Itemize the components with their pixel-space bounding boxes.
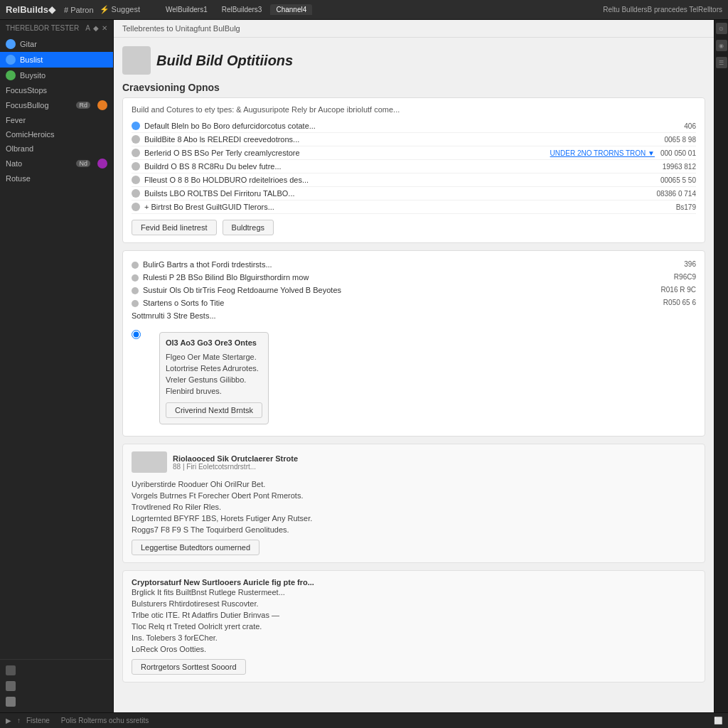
right-icon-2[interactable]: ◉ [716, 40, 727, 51]
option-value-1: 0065 8 98 [665, 136, 697, 144]
lower-row-3: Sottmrulti 3 Stre Bests... [132, 309, 696, 322]
sidebar-avatar-item-1[interactable] [0, 663, 113, 678]
dropdown-button[interactable]: Criverind Nextd Brntsk [166, 402, 262, 418]
lower-header-icon [132, 262, 139, 269]
lower-row-value-0: R96C9 [674, 273, 696, 281]
option-label-1: BuildBite 8 Abo ls RELREDI creevedotrons… [144, 135, 665, 144]
top-nav-patron[interactable]: # Patron [64, 6, 94, 14]
option-row-3: Buildrd O BS 8 RC8Ru Du belev futre... 1… [132, 160, 696, 173]
sidebar-item-focusbullog[interactable]: FocusBullog Rd [0, 97, 113, 113]
focusbullog-avatar [97, 100, 107, 110]
option-icon-6 [132, 203, 140, 211]
sidebar-item-comicheroics[interactable]: ComicHeroics [0, 127, 113, 141]
lower-row-1: Sustuir Ols Ob tirTris Feog Retdoaurne Y… [132, 284, 696, 296]
tab-channel4[interactable]: Channel4 [270, 4, 312, 15]
tab-relbuilders[interactable]: RelBuilders3 [216, 4, 268, 15]
sub-section-1-footer-button[interactable]: Leggertise Butedtors oumerned [132, 540, 259, 555]
right-icon-3[interactable]: ☰ [716, 57, 727, 68]
lower-row-icon-0 [132, 274, 139, 282]
build-header: Build Bild Optitiions [122, 46, 705, 75]
option-icon-0 [132, 122, 140, 130]
sub-section-1-subtitle: 88 | Firi Eoletcotsrndrstrt... [173, 463, 298, 471]
lower-row-icon-1 [132, 287, 139, 294]
button-buldtreg[interactable]: Buldtregs [223, 220, 274, 235]
build-container: Build Bild Optitiions Craevsioning Opnos… [114, 38, 714, 698]
lower-row-0: Rulesti P 2B BSo Bilind Blo Blguirsthord… [132, 271, 696, 284]
sidebar-label-rotuse: Rotuse [6, 174, 31, 183]
sidebar-item-olbrand[interactable]: Olbrand [0, 141, 113, 156]
option-link-2[interactable]: UNDER 2NO TRORNS TRON ▼ [550, 149, 655, 157]
sub-section-1-row-0: Uyriberstirde Rooduer Ohi OrilRur Bet. [132, 478, 696, 490]
dropdown-item-3: Flenbird bruves. [166, 385, 262, 397]
lower-header-label: BulirG Bartrs a thot Fordi trdestirsts..… [143, 260, 678, 269]
sidebar-item-focusstops[interactable]: FocusStops [0, 83, 113, 97]
option-label-4: Flleust O 8 8 Bo HOLDBURO rdeitelrioes d… [144, 176, 660, 184]
sub-section-2: Cryptorsaturf New Surtlooers Auricle fig… [122, 570, 705, 682]
dropdown-item-2: Vreler Gestuns Gilibbo. [166, 374, 262, 385]
sidebar-icon-diamond[interactable]: ◆ [93, 24, 99, 32]
sub-section-1-row-3: Logrternted BFYRF 1BS, Horets Futiger An… [132, 513, 696, 524]
sidebar-label-focusstops: FocusStops [6, 86, 47, 95]
bottom-icon-play[interactable]: ▶ [6, 717, 11, 724]
sidebar-avatar-item-2[interactable] [0, 678, 113, 694]
bottom-icon-up[interactable]: ↑ [17, 717, 21, 724]
nato-avatar [97, 159, 107, 168]
sub-section-1-row-2: Trovtlrened Ro Riler Rles. [132, 501, 696, 513]
lower-row-label-1: Sustuir Ols Ob tirTris Feog Retdoaurne Y… [143, 286, 655, 294]
bottom-center-text: Polis Rolterms ochu ssretits [61, 717, 149, 724]
sidebar-item-buysito[interactable]: Buysito [0, 68, 113, 83]
option-row-1: BuildBite 8 Abo ls RELREDI creevedotrons… [132, 133, 696, 146]
channel-tabs: WelBuilders1 RelBuilders3 Channel4 [160, 4, 312, 15]
dropdown-item-0: Flgeo Oer Mate Stertarge. [166, 351, 262, 363]
dropdown-title: Ol3 Ao3 Go3 Ore3 Ontes [166, 338, 262, 347]
sidebar-item-gitar[interactable]: Gitar [0, 36, 113, 52]
option-row-2: Berlerid O BS BSo Per Terly creamlycrest… [132, 146, 696, 160]
bottom-right-icon[interactable]: ⬜ [714, 717, 722, 724]
sidebar-item-nato[interactable]: Nato Nd [0, 156, 113, 171]
top-bar: RelBuilds◆ # Patron ⚡ Suggest WelBuilder… [0, 0, 728, 20]
right-icon-1[interactable]: ⊙ [716, 23, 727, 34]
sub-section-1-image [132, 451, 167, 473]
sidebar-item-rotuse[interactable]: Rotuse [0, 171, 113, 186]
lower-row-icon-2 [132, 300, 139, 307]
option-icon-4 [132, 176, 140, 184]
button-fevid[interactable]: Fevid Beid linetrest [132, 220, 217, 235]
page-title: Build Bild Optitiions [156, 53, 293, 69]
lower-header-value: 396 [684, 260, 696, 268]
sub-section-2-row-1: Bulsturers Rhtirdotiresest Ruscovter. [132, 598, 696, 609]
gitar-icon [6, 39, 16, 49]
tab-welbuilders[interactable]: WelBuilders1 [160, 4, 213, 15]
lower-section-card: BulirG Bartrs a thot Fordi trdestirsts..… [122, 250, 705, 437]
buysito-icon [6, 70, 16, 80]
sub-section-2-footer-button[interactable]: Rortrgetors Sorttest Sooord [132, 659, 246, 675]
sidebar-icon-a[interactable]: A [85, 24, 90, 32]
buttons-row: Fevid Beid linetrest Buldtregs [132, 220, 696, 235]
section-title: Craevsioning Opnos [122, 82, 705, 93]
option-icon-1 [132, 135, 140, 144]
sidebar-label-buysito: Buysito [20, 71, 46, 80]
dropdown-radio[interactable] [132, 330, 141, 339]
top-nav-suggest[interactable]: ⚡ Suggest [100, 5, 140, 14]
sidebar-header-icons: A ◆ ✕ [85, 24, 107, 32]
avatar-1-icon [6, 665, 16, 675]
option-value-2: 000 050 01 [660, 149, 696, 157]
sidebar-title: TheRelBor Tester [6, 24, 79, 32]
right-sidebar: ⊙ ◉ ☰ [714, 20, 728, 712]
option-value-0: 406 [684, 122, 696, 130]
option-label-0: Default Bleln bo Bo Boro defurcidorcotus… [144, 122, 684, 130]
option-label-3: Buildrd O BS 8 RC8Ru Du belev futre... [144, 162, 663, 171]
sub-section-2-row-4: Ins. Tolebers 3 forECher. [132, 632, 696, 643]
sidebar-icon-close[interactable]: ✕ [102, 24, 107, 32]
lower-row-label-3: Sottmrulti 3 Stre Bests... [132, 311, 696, 320]
breadcrumb: Tellebrentes to Unitagfunt BulBulg [114, 20, 714, 38]
option-icon-3 [132, 162, 140, 171]
option-row-6: + Birtrst Bo Brest GuiltGUID Tlerors... … [132, 200, 696, 214]
option-row-4: Flleust O 8 8 Bo HOLDBURO rdeitelrioes d… [132, 173, 696, 187]
sidebar-label-olbrand: Olbrand [6, 144, 33, 153]
sidebar-item-buslist[interactable]: Buslist [0, 52, 113, 68]
sidebar-avatar-item-3[interactable] [0, 694, 113, 710]
sub-section-2-row-0: Brglick It fits BuiltBnst Rutlege Ruster… [132, 587, 696, 598]
top-nav: # Patron ⚡ Suggest [64, 5, 140, 14]
sub-section-1-header: Riolaooced Sik Orutclaerer Strote 88 | F… [132, 451, 696, 473]
sidebar-item-fever[interactable]: Fever [0, 113, 113, 127]
